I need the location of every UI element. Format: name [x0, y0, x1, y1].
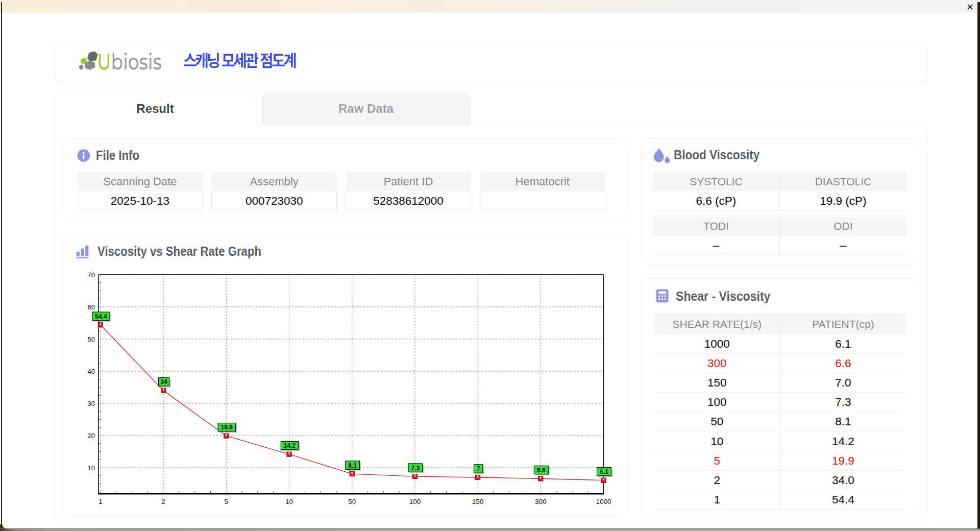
svg-text:5: 5: [225, 498, 229, 505]
svg-text:19.9: 19.9: [221, 424, 233, 431]
svg-text:8.1: 8.1: [348, 462, 357, 469]
svg-text:60: 60: [88, 303, 95, 311]
svg-text:10: 10: [285, 498, 293, 505]
svg-text:20: 20: [88, 432, 95, 440]
svg-text:1: 1: [99, 498, 103, 505]
svg-text:50: 50: [88, 335, 95, 343]
svg-text:30: 30: [88, 400, 95, 407]
svg-text:50: 50: [348, 498, 356, 505]
svg-text:54.4: 54.4: [95, 313, 107, 320]
svg-text:70: 70: [88, 271, 95, 279]
svg-text:6.1: 6.1: [600, 468, 608, 475]
svg-text:100: 100: [409, 498, 421, 505]
svg-text:14.2: 14.2: [284, 442, 296, 449]
svg-text:7: 7: [477, 465, 480, 472]
svg-text:2: 2: [161, 498, 165, 505]
svg-text:6.6: 6.6: [537, 467, 546, 474]
svg-text:150: 150: [472, 498, 484, 505]
svg-text:300: 300: [535, 498, 547, 505]
svg-text:40: 40: [88, 368, 95, 375]
svg-text:34: 34: [160, 378, 167, 385]
svg-text:1000: 1000: [596, 498, 611, 505]
svg-text:7.3: 7.3: [411, 465, 420, 472]
svg-text:10: 10: [88, 464, 95, 472]
